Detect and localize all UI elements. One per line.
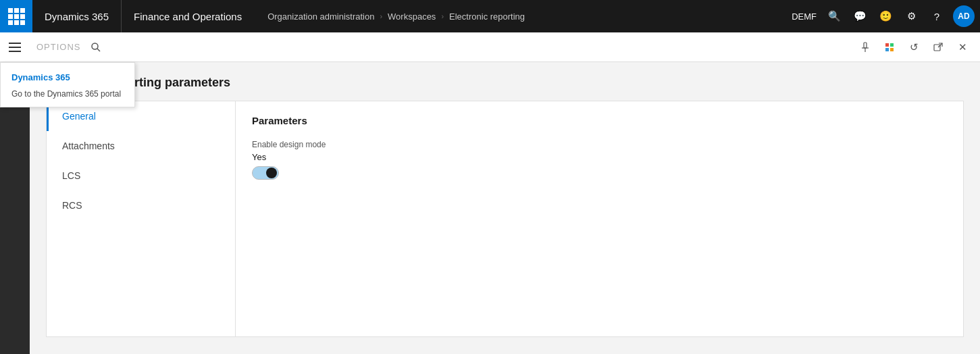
svg-rect-7 xyxy=(885,48,889,51)
second-bar: Dynamics 365 Go to the Dynamics 365 port… xyxy=(0,32,980,62)
options-label: OPTIONS xyxy=(30,42,88,52)
content-card: General Attachments LCS RCS Parameters E… xyxy=(46,101,964,337)
enable-design-mode-field: Enable design mode Yes xyxy=(252,140,947,182)
breadcrumb-sep-1: › xyxy=(380,12,382,20)
page-title: Electronic reporting parameters xyxy=(46,76,964,90)
svg-line-1 xyxy=(97,49,100,51)
settings-icon[interactable]: ⚙ xyxy=(899,4,923,28)
breadcrumb-er[interactable]: Electronic reporting xyxy=(449,11,525,22)
main-content: Electronic reporting parameters General … xyxy=(0,62,980,354)
search-area xyxy=(88,42,101,53)
enable-design-mode-toggle[interactable] xyxy=(252,166,279,180)
app-title: Finance and Operations xyxy=(122,0,254,32)
close-icon[interactable]: ✕ xyxy=(952,36,973,58)
chat-icon[interactable]: 💬 xyxy=(848,4,872,28)
search-nav-icon[interactable]: 🔍 xyxy=(822,4,846,28)
nav-right-icons: 🔍 💬 🙂 ⚙ ? AD xyxy=(822,4,980,28)
toggle-knob xyxy=(266,168,277,178)
nav-item-attachments[interactable]: Attachments xyxy=(47,131,235,161)
refresh-icon[interactable]: ↺ xyxy=(903,36,925,58)
enable-design-mode-label: Enable design mode xyxy=(252,140,947,149)
top-navigation: Dynamics 365 Finance and Operations Orga… xyxy=(0,0,980,32)
pin-icon[interactable] xyxy=(854,36,876,58)
svg-rect-6 xyxy=(890,43,894,47)
dynamics365-dropdown: Dynamics 365 Go to the Dynamics 365 port… xyxy=(0,62,135,107)
search-icon xyxy=(91,42,101,53)
dropdown-title: Dynamics 365 xyxy=(1,68,134,86)
breadcrumb-sep-2: › xyxy=(441,12,444,20)
open-in-new-icon[interactable] xyxy=(927,36,949,58)
section-title: Parameters xyxy=(252,115,947,126)
breadcrumb: Organization administration › Workspaces… xyxy=(254,11,786,22)
content-area: Electronic reporting parameters General … xyxy=(30,62,980,354)
svg-rect-9 xyxy=(934,45,940,51)
dynamics365-logo[interactable]: Dynamics 365 xyxy=(32,0,122,32)
enable-design-mode-value: Yes xyxy=(252,152,947,162)
hamburger-icon xyxy=(9,43,21,52)
right-panel: Parameters Enable design mode Yes xyxy=(236,101,963,336)
breadcrumb-workspaces[interactable]: Workspaces xyxy=(388,11,436,22)
dropdown-portal-link[interactable]: Go to the Dynamics 365 portal xyxy=(1,86,134,101)
waffle-button[interactable] xyxy=(0,0,32,32)
breadcrumb-org[interactable]: Organization administration xyxy=(267,11,374,22)
nav-item-lcs[interactable]: LCS xyxy=(47,161,235,191)
second-bar-right-icons: ↺ ✕ xyxy=(854,36,980,58)
svg-rect-5 xyxy=(885,43,889,47)
waffle-icon xyxy=(8,8,25,25)
left-nav-panel: General Attachments LCS RCS xyxy=(47,101,236,336)
help-icon[interactable]: ? xyxy=(925,4,949,28)
hamburger-button[interactable] xyxy=(0,32,30,62)
smile-icon[interactable]: 🙂 xyxy=(873,4,898,28)
environment-label: DEMF xyxy=(786,11,822,22)
nav-item-rcs[interactable]: RCS xyxy=(47,191,235,220)
user-avatar[interactable]: AD xyxy=(953,5,975,27)
svg-point-0 xyxy=(92,43,98,49)
svg-rect-8 xyxy=(890,48,894,51)
svg-rect-2 xyxy=(864,43,867,48)
office-icon[interactable] xyxy=(879,36,900,58)
